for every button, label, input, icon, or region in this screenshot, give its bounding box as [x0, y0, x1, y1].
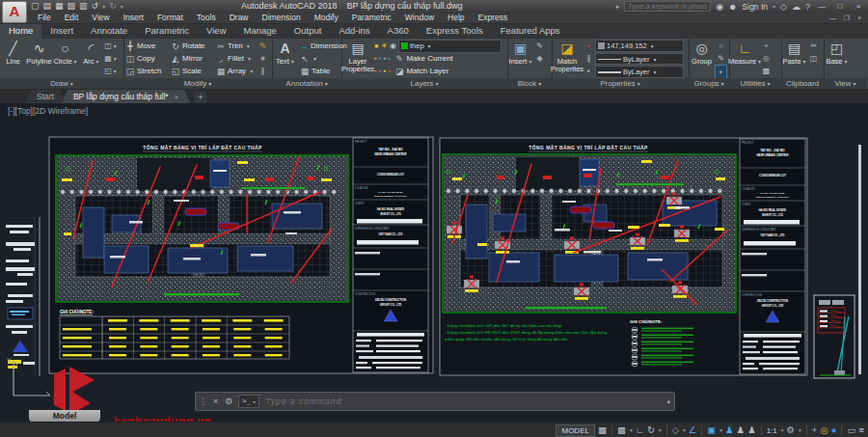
copy-button[interactable]: ◫Copy — [123, 52, 169, 65]
layer-properties-button[interactable]: ▤Layer Properties — [341, 39, 374, 78]
isometric-drafting-icon-dropdown[interactable]: ▾ — [683, 427, 686, 433]
hatch-icon[interactable]: ▦ — [104, 52, 117, 65]
array-button[interactable]: ▦Array — [214, 65, 257, 77]
menu-item-edit[interactable]: Edit — [58, 13, 86, 23]
sign-in-dropdown-icon[interactable]: ▾ — [773, 3, 775, 10]
mirror-button[interactable]: ◭Mirror — [169, 52, 214, 65]
rectangle-icon[interactable]: ◫ — [104, 40, 117, 52]
ribbon-tab-express-tools[interactable]: Express Tools — [418, 23, 492, 39]
line-button[interactable]: ╱Line — [0, 39, 26, 78]
panel-label-properties[interactable]: Properties — [552, 78, 689, 89]
menu-item-dimension[interactable]: Dimension — [256, 13, 308, 23]
ribbon-tab-a360[interactable]: A360 — [379, 23, 418, 39]
command-history-icon[interactable]: ▴ — [663, 397, 674, 405]
layer-select-combo[interactable]: thep — [398, 40, 502, 53]
block-editor-icon[interactable]: ✎ — [533, 40, 546, 52]
layer-state-icon-2[interactable]: ▪ — [379, 52, 382, 65]
arc-button[interactable]: ◜Arc — [78, 39, 104, 78]
panel-label-modify[interactable]: Modify — [123, 78, 272, 89]
panel-label-annotation[interactable]: Annotation — [272, 78, 341, 89]
id-point-icon[interactable]: ◎ — [760, 52, 773, 65]
viewport-controls[interactable]: [-][Top][2D Wireframe] — [8, 106, 88, 116]
layer-on-icon[interactable]: ● — [374, 40, 379, 52]
trim-button[interactable]: ✂Trim — [214, 40, 257, 52]
layer-state-icon-6[interactable]: ▪ — [379, 65, 382, 77]
menu-item-tools[interactable]: Tools — [190, 13, 223, 23]
circle-button[interactable]: ○Circle — [52, 39, 78, 78]
drawing-canvas[interactable]: [-][Top][2D Wireframe] TỔNG MẶT BẰNG VỊ … — [0, 103, 868, 422]
menu-item-parametric[interactable]: Parametric — [345, 13, 398, 23]
menu-item-express[interactable]: Express — [472, 13, 515, 23]
layer-state-icon-7[interactable]: ▪ — [384, 65, 387, 77]
annotation-monitor-icon[interactable]: + — [812, 423, 818, 437]
search-binoculars-icon[interactable]: ◉ — [716, 2, 723, 12]
define-attribute-icon[interactable]: ◈ — [533, 52, 546, 65]
group-selection-toggle-icon[interactable]: ▪ — [715, 65, 727, 79]
panel-label-groups[interactable]: Groups — [689, 78, 729, 89]
exchange-cart-icon[interactable]: ◇ — [780, 2, 787, 12]
undo-icon[interactable]: ↺ — [92, 0, 99, 13]
save-as-icon[interactable]: ▧ — [68, 0, 76, 13]
annotation-scale-icon[interactable]: ♟ — [747, 423, 756, 437]
workspace-switching-icon[interactable]: ⚙ — [787, 423, 796, 437]
lineweight-combo[interactable]: ByLayer — [595, 66, 684, 78]
make-current-button[interactable]: ✎Make Current — [393, 52, 454, 65]
object-snap-icon-dropdown[interactable]: ▾ — [719, 427, 722, 433]
title-block[interactable]: PROJECT:TAY MO - DAI MONEW URBAN CENTERC… — [740, 139, 805, 374]
sign-in-button[interactable]: Sign In — [743, 2, 768, 12]
tab-close-icon[interactable]: × — [175, 93, 179, 101]
minimize-button[interactable]: — — [815, 2, 828, 11]
menu-item-file[interactable]: File — [31, 13, 58, 23]
ribbon-tab-home[interactable]: Home — [0, 23, 41, 39]
polar-tracking-icon[interactable]: ↻ — [647, 423, 655, 437]
fillet-button[interactable]: ◞Fillet — [214, 52, 257, 65]
command-input[interactable] — [259, 396, 663, 407]
search-expand-icon[interactable]: ▸ — [616, 3, 620, 11]
object-snap-icon[interactable]: ▣ — [707, 423, 716, 437]
a360-cloud-icon[interactable]: ☁ — [792, 2, 800, 12]
isometric-drafting-icon[interactable]: ◇ — [672, 423, 679, 437]
offset-icon[interactable]: ∥ — [257, 65, 269, 77]
command-line[interactable]: ⋮ × ⚙ >_ ▴ — [195, 392, 675, 411]
measure-button[interactable]: ∟Measure — [729, 39, 760, 78]
menu-item-insert[interactable]: Insert — [117, 13, 150, 23]
transparency-icon[interactable]: ∥ — [583, 52, 595, 65]
region-icon[interactable]: ◱ — [104, 65, 117, 77]
object-color-list-icon[interactable]: ▪ — [583, 40, 595, 52]
redo-icon-dropdown[interactable]: ▾ — [121, 3, 123, 10]
stretch-button[interactable]: ◲Stretch — [123, 65, 169, 77]
panel-label-layers[interactable]: Layers — [341, 78, 507, 89]
new-file-icon[interactable]: ▢ — [31, 0, 40, 13]
snap-mode-icon[interactable]: ▩ — [617, 423, 626, 437]
maximize-button[interactable]: □ — [833, 2, 847, 11]
document-window-controls[interactable]: — ❐ × — [829, 13, 864, 23]
site-plan-sheet-left[interactable]: TỔNG MẶT BẰNG VỊ TRÍ LẮP ĐẶT CẨU THÁPGHI… — [48, 136, 434, 374]
panel-label-view[interactable]: View — [824, 78, 867, 89]
panel-label-block[interactable]: Block — [507, 78, 552, 89]
ribbon-tab-view[interactable]: View — [198, 23, 234, 39]
workspace-switching-icon-dropdown[interactable]: ▾ — [799, 427, 801, 433]
insert-button[interactable]: ▣Insert — [507, 39, 533, 78]
paste-button[interactable]: ▤Paste — [781, 39, 807, 78]
quick-select-icon[interactable]: + — [760, 40, 773, 52]
ribbon-tab-featured-apps[interactable]: Featured Apps — [492, 23, 569, 39]
group-edit-icon[interactable]: ✎ — [715, 52, 727, 65]
ribbon-tab-parametric[interactable]: Parametric — [136, 23, 198, 39]
close-button[interactable]: × — [852, 2, 865, 11]
layer-state-icon-1[interactable]: ▪ — [374, 52, 377, 65]
customization-icon[interactable]: ≡ — [858, 423, 864, 437]
open-icon[interactable]: ▤ — [43, 0, 52, 13]
move-button[interactable]: ╋Move — [123, 40, 169, 52]
layer-lock-icon[interactable]: ◉ — [390, 40, 396, 52]
ribbon-tab-manage[interactable]: Manage — [235, 23, 285, 39]
file-tab-start[interactable]: Start — [25, 90, 66, 103]
polar-tracking-icon-dropdown[interactable]: ▾ — [659, 427, 662, 433]
plot-icon[interactable]: ▥ — [79, 0, 88, 13]
ribbon-tab-add-ins[interactable]: Add-ins — [330, 23, 378, 39]
command-customize-icon[interactable]: ⚙ — [221, 396, 236, 406]
graphics-performance-icon[interactable]: ● — [831, 423, 837, 437]
menu-item-modify[interactable]: Modify — [308, 13, 345, 23]
menu-item-window[interactable]: Window — [398, 13, 441, 23]
layer-state-icon-5[interactable]: ▪ — [374, 65, 377, 77]
erase-icon[interactable]: ✎ — [257, 40, 269, 52]
